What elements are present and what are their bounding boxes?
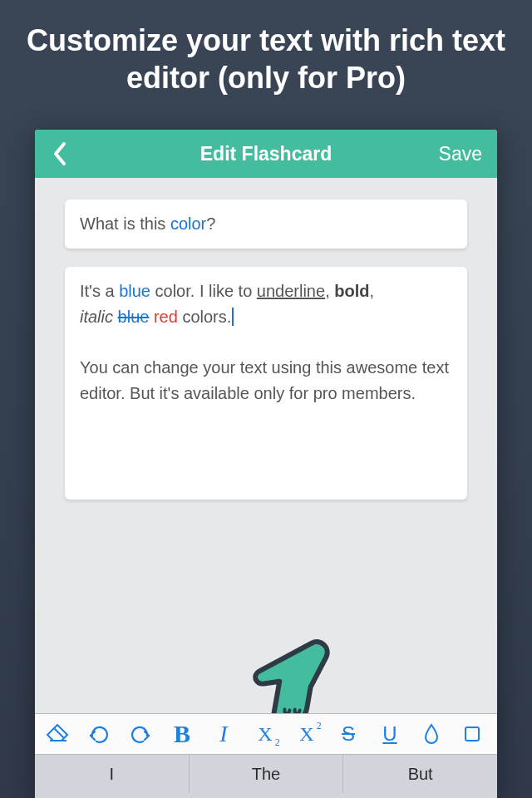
- answer-strike: blue: [118, 308, 150, 326]
- keyboard: q w e r t y u i o p: [35, 793, 497, 798]
- keyboard-suggestions: I The But: [35, 755, 497, 793]
- answer-tail: colors.: [178, 308, 231, 326]
- answer-seg2: color. I like to: [150, 282, 257, 300]
- bold-icon: B: [174, 720, 190, 748]
- answer-under: underline: [257, 282, 325, 300]
- redo-icon: [129, 724, 152, 744]
- undo-icon: [87, 724, 111, 744]
- answer-field[interactable]: It's a blue color. I like to underline, …: [65, 267, 467, 500]
- text-caret: [232, 308, 234, 326]
- answer-seg3: ,: [325, 282, 334, 300]
- answer-blue: blue: [119, 282, 150, 300]
- back-button[interactable]: [43, 130, 76, 178]
- fill-color-icon: [463, 724, 483, 744]
- format-toolbar: B I X2 X2 S U: [35, 713, 497, 755]
- superscript-icon: X2: [299, 723, 313, 746]
- fill-color-button[interactable]: [452, 713, 494, 755]
- answer-bold: bold: [334, 282, 369, 300]
- redo-button[interactable]: [120, 713, 161, 755]
- navbar: Edit Flashcard Save: [35, 130, 497, 178]
- question-text-a: What is this: [80, 214, 170, 233]
- underline-button[interactable]: U: [369, 713, 411, 755]
- chevron-left-icon: [52, 141, 67, 166]
- question-highlight: color: [170, 214, 206, 233]
- suggestion-3[interactable]: But: [343, 755, 497, 793]
- superscript-button[interactable]: X2: [286, 713, 328, 755]
- subscript-icon: X2: [258, 723, 272, 746]
- underline-icon: U: [382, 722, 397, 746]
- answer-red: red: [154, 308, 178, 326]
- undo-button[interactable]: [78, 713, 120, 755]
- bold-button[interactable]: B: [161, 713, 203, 755]
- suggestion-1[interactable]: I: [35, 755, 190, 793]
- answer-seg4: ,: [369, 282, 374, 300]
- phone-screen: Edit Flashcard Save What is this color? …: [35, 130, 497, 798]
- eraser-button[interactable]: [37, 713, 78, 755]
- page-title: Edit Flashcard: [200, 143, 332, 165]
- answer-para2: You can change your text using this awes…: [80, 355, 452, 406]
- text-color-button[interactable]: [411, 713, 452, 755]
- text-color-icon: [422, 723, 441, 745]
- answer-seg: It's a: [80, 282, 119, 300]
- italic-icon: I: [219, 721, 227, 747]
- editor-area: What is this color? It's a blue color. I…: [35, 178, 497, 500]
- suggestion-2[interactable]: The: [190, 755, 344, 793]
- svg-rect-2: [466, 727, 479, 741]
- question-text-b: ?: [206, 214, 215, 233]
- save-button[interactable]: Save: [439, 130, 482, 178]
- italic-button[interactable]: I: [203, 713, 244, 755]
- strikethrough-icon: S: [342, 722, 355, 746]
- question-field[interactable]: What is this color?: [65, 200, 467, 249]
- promo-headline: Customize your text with rich text edito…: [0, 0, 532, 116]
- eraser-icon: [45, 724, 70, 744]
- answer-italic: italic: [80, 308, 113, 326]
- subscript-button[interactable]: X2: [244, 713, 286, 755]
- strikethrough-button[interactable]: S: [328, 713, 369, 755]
